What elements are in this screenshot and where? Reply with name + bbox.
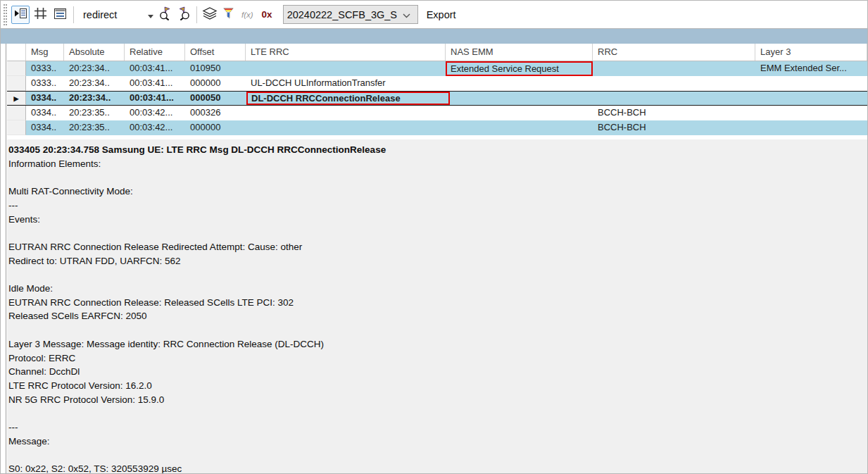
cell-relative: 00:03:41... — [125, 92, 185, 105]
filter-funnel-icon — [223, 8, 234, 21]
frame-grid-icon — [34, 8, 46, 21]
search-previous-button[interactable] — [175, 6, 192, 24]
logfile-combobox-value: 20240222_SCFB_3G_S — [287, 9, 403, 20]
row-marker-cell — [7, 61, 26, 76]
column-header-layer-3[interactable]: Layer 3 — [755, 44, 867, 61]
column-header-rrc[interactable]: RRC — [593, 44, 755, 61]
column-header-relative[interactable]: Relative — [125, 44, 185, 61]
message-table: 0333..20:23:34..00:03:41...010950Extende… — [7, 61, 867, 135]
detail-line: Redirect to: UTRAN FDD, UARFCN: 562 — [8, 254, 867, 268]
cell-nas-emm — [446, 76, 593, 91]
cell-msg: 0334.. — [26, 120, 64, 135]
toolbar-grip[interactable] — [4, 4, 7, 25]
cell-layer3: EMM Extended Ser... — [755, 61, 867, 76]
detail-line: Layer 3 Message: Message identity: RRC C… — [8, 337, 867, 351]
column-header-nas-emm[interactable]: NAS EMM — [446, 44, 593, 61]
cell-msg: 0334.. — [26, 92, 64, 105]
cell-msg: 0333.. — [26, 76, 64, 91]
detail-line — [8, 406, 867, 420]
detail-line: Events: — [8, 213, 867, 227]
filter-combobox-value: redirect — [83, 9, 117, 20]
filter-button[interactable] — [220, 6, 237, 24]
main-content: MsgAbsoluteRelativeOffsetLTE RRCNAS EMMR… — [1, 44, 867, 473]
row-marker-cell — [7, 120, 26, 135]
detail-line: Multi RAT-Connectivity Mode: — [8, 185, 867, 199]
cell-nas-emm — [446, 92, 593, 105]
list-table-icon — [54, 8, 66, 21]
cell-absolute: 20:23:34.. — [64, 92, 125, 105]
detail-line: EUTRAN RRC Connection Release: Released … — [8, 296, 867, 310]
cell-nas-emm: Extended Service Request — [446, 61, 593, 76]
cell-rrc: BCCH-BCH — [593, 120, 755, 135]
search-backward-icon — [177, 6, 191, 23]
detail-line: EUTRAN RRC Connection Release Redirected… — [8, 240, 867, 254]
detail-line: Protocol: ERRC — [8, 351, 867, 366]
cell-lte-rrc — [246, 106, 446, 120]
row-marker-cell: ▶ — [7, 92, 26, 105]
cell-absolute: 20:23:34.. — [64, 76, 125, 91]
cell-layer3 — [755, 92, 867, 105]
cell-lte-rrc: UL-DCCH ULInformationTransfer — [246, 76, 446, 91]
group-band — [1, 29, 867, 44]
chevron-down-icon — [148, 9, 153, 20]
detail-line: Released SCells EARFCN: 2050 — [8, 309, 867, 323]
hex-view-label[interactable]: 0x — [262, 9, 272, 20]
detail-line: --- — [8, 199, 867, 213]
table-row[interactable]: 0333..20:23:34..00:03:41...000000UL-DCCH… — [7, 76, 867, 91]
layers-button[interactable] — [201, 6, 218, 24]
detail-line: S0: 0x22, S2: 0x52, TS: 320553929 µsec — [8, 462, 867, 473]
detail-line: NR 5G RRC Protocol Version: 15.9.0 — [8, 393, 867, 407]
search-forward-icon — [158, 6, 172, 23]
export-button[interactable]: Export — [427, 9, 456, 20]
cell-offset: 000000 — [185, 120, 246, 135]
column-header-absolute[interactable]: Absolute — [64, 44, 125, 61]
table-header-row: MsgAbsoluteRelativeOffsetLTE RRCNAS EMMR… — [7, 44, 867, 61]
column-header-msg[interactable]: Msg — [26, 44, 64, 61]
toggle-message-panel-button[interactable] — [11, 6, 30, 24]
function-tool-label[interactable]: f(x) — [241, 11, 253, 19]
cell-rrc — [593, 92, 755, 105]
cell-rrc — [593, 61, 755, 76]
frame-view-button[interactable] — [31, 6, 49, 24]
search-next-button[interactable] — [157, 6, 174, 24]
cell-layer3 — [755, 120, 867, 135]
cell-offset: 000000 — [185, 76, 246, 91]
column-header-lte-rrc[interactable]: LTE RRC — [246, 44, 446, 61]
list-view-button[interactable] — [51, 6, 69, 24]
row-marker-cell — [7, 106, 26, 120]
logfile-combobox[interactable]: 20240222_SCFB_3G_S — [283, 5, 418, 24]
current-row-arrow-icon: ▶ — [14, 92, 19, 105]
cell-layer3 — [755, 106, 867, 120]
table-row[interactable]: ▶0334..20:23:34..00:03:41...000050DL-DCC… — [7, 91, 867, 106]
detail-line: Message: — [8, 435, 867, 449]
detail-line: Idle Mode: — [8, 282, 867, 296]
cell-offset: 000326 — [185, 106, 246, 120]
detail-line: --- — [8, 420, 867, 435]
cell-offset: 010950 — [185, 61, 246, 76]
chevron-down-icon — [403, 9, 410, 20]
column-header-offset[interactable]: Offset — [185, 44, 246, 61]
row-marker-cell — [7, 76, 26, 91]
cell-lte-rrc — [246, 61, 446, 76]
detail-line — [8, 226, 867, 240]
left-gutter-strip — [1, 44, 6, 474]
detail-body: Information Elements: Multi RAT-Connecti… — [8, 157, 867, 473]
detail-line — [8, 170, 867, 185]
table-row[interactable]: 0334..20:23:35..00:03:42...000000BCCH-BC… — [7, 120, 867, 135]
detail-line — [8, 268, 867, 282]
cell-absolute: 20:23:35.. — [64, 120, 125, 135]
table-row[interactable]: 0333..20:23:34..00:03:41...010950Extende… — [7, 61, 867, 76]
cell-offset: 000050 — [185, 92, 246, 105]
detail-line: Channel: DcchDl — [8, 365, 867, 379]
cell-rrc: BCCH-BCH — [593, 106, 755, 120]
cell-nas-emm — [446, 120, 593, 135]
toolbar-separator — [73, 6, 74, 23]
toolbar: redirect — [1, 1, 867, 29]
cell-relative: 00:03:42... — [125, 120, 185, 135]
table-row[interactable]: 0334..20:23:35..00:03:42...000326BCCH-BC… — [7, 106, 867, 120]
filter-combobox[interactable]: redirect — [83, 6, 156, 23]
detail-line — [8, 323, 867, 337]
log-analyzer-window: redirect — [0, 0, 868, 474]
detail-line: Information Elements: — [8, 157, 867, 171]
cell-absolute: 20:23:34.. — [64, 61, 125, 76]
